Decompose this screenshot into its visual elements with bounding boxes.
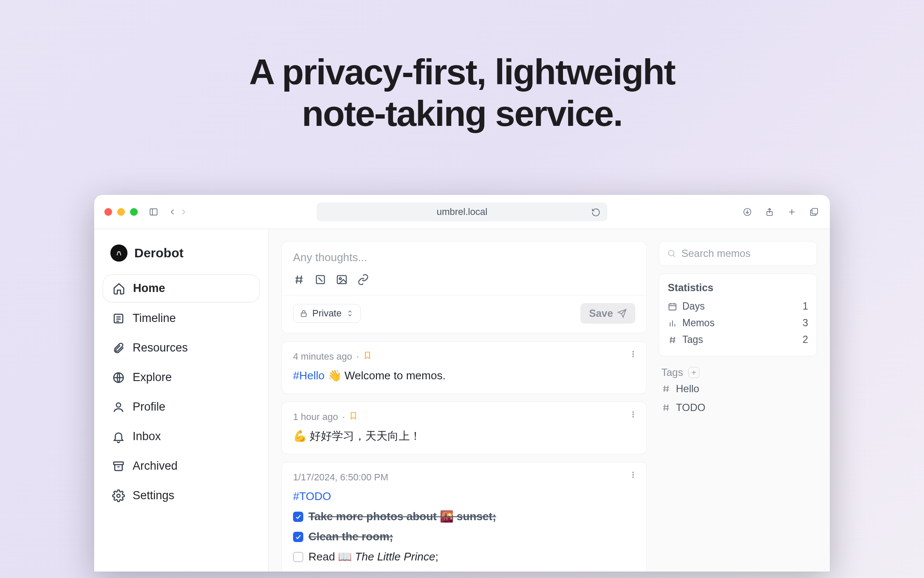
- memo-more-icon[interactable]: [628, 410, 638, 421]
- close-window-button[interactable]: [104, 208, 112, 216]
- svg-line-59: [664, 405, 665, 411]
- maximize-window-button[interactable]: [130, 208, 138, 216]
- svg-rect-28: [301, 313, 306, 316]
- svg-point-31: [633, 356, 634, 357]
- memo-body: 👋 Welcome to memos.: [325, 369, 446, 382]
- tag-label: TODO: [676, 402, 705, 414]
- browser-window: umbrel.local: [94, 195, 830, 572]
- todo-item: Clean the room;: [293, 528, 635, 545]
- visibility-selector[interactable]: Private: [293, 304, 361, 323]
- svg-point-10: [119, 252, 121, 253]
- composer-input[interactable]: Any thoughts...: [293, 251, 635, 264]
- tags-section: Tags Hello TODO: [659, 364, 817, 417]
- new-tab-icon[interactable]: [786, 206, 797, 217]
- nav-inbox[interactable]: Inbox: [103, 423, 260, 450]
- memo-card: 1 hour ago · 💪 好好学习，天天向上！: [281, 402, 647, 454]
- reload-icon[interactable]: [590, 207, 601, 218]
- add-tag-button[interactable]: [688, 367, 699, 378]
- tabs-icon[interactable]: [808, 206, 820, 217]
- memo-time: 1/17/2024, 6:50:00 PM: [293, 472, 388, 483]
- main-area: Any thoughts... Private: [269, 229, 830, 572]
- svg-rect-17: [114, 462, 124, 465]
- checkbox-checked[interactable]: [293, 512, 303, 522]
- memo-hashtag[interactable]: #Hello: [293, 369, 325, 382]
- todo-item: Take more photos about 🌇 sunset;: [293, 508, 635, 525]
- nav-label: Timeline: [133, 312, 176, 325]
- stats-title: Statistics: [668, 282, 808, 294]
- nav-label: Explore: [133, 371, 172, 384]
- gear-icon: [112, 489, 125, 502]
- url-bar[interactable]: umbrel.local: [317, 203, 607, 221]
- bars-icon: [668, 319, 677, 328]
- svg-point-36: [633, 474, 634, 476]
- url-text: umbrel.local: [437, 206, 488, 217]
- memo-card: 4 minutes ago · #Hello 👋 Welcome to memo…: [281, 341, 647, 394]
- nav-resources[interactable]: Resources: [103, 334, 260, 361]
- svg-point-33: [633, 414, 634, 415]
- svg-line-39: [673, 255, 675, 257]
- stat-row-days: Days 1: [668, 298, 808, 315]
- hash-icon: [661, 403, 671, 412]
- nav-label: Settings: [133, 489, 175, 502]
- stat-value: 3: [803, 317, 808, 329]
- downloads-icon[interactable]: [742, 206, 753, 217]
- svg-rect-40: [669, 304, 676, 310]
- link-icon[interactable]: [357, 274, 369, 286]
- minimize-window-button[interactable]: [117, 208, 125, 216]
- svg-point-38: [669, 250, 674, 256]
- share-icon[interactable]: [764, 206, 775, 217]
- bookmark-icon[interactable]: [363, 351, 372, 362]
- hash-icon[interactable]: [293, 274, 305, 286]
- tag-label: Hello: [676, 383, 699, 395]
- window-controls: [104, 208, 138, 216]
- memo-hashtag[interactable]: #TODO: [293, 488, 635, 505]
- bookmark-icon[interactable]: [349, 411, 358, 423]
- calendar-icon: [668, 302, 677, 311]
- memo-more-icon[interactable]: [628, 470, 638, 481]
- visibility-label: Private: [312, 308, 341, 319]
- sidebar-toggle-icon[interactable]: [148, 206, 159, 217]
- todo-text: Read 📖 The Little Prince;: [308, 548, 438, 565]
- svg-line-23: [301, 276, 302, 284]
- stat-value: 2: [803, 334, 808, 346]
- checkbox-unchecked[interactable]: [293, 552, 303, 562]
- bell-icon: [112, 430, 125, 443]
- tag-item[interactable]: Hello: [659, 379, 817, 398]
- hero-heading: A privacy-first, lightweight note-taking…: [0, 0, 924, 134]
- checkbox-icon[interactable]: [314, 274, 326, 286]
- todo-item: Read 📖 The Little Prince;: [293, 548, 635, 565]
- memo-more-icon[interactable]: [628, 349, 638, 361]
- hash-icon: [668, 335, 677, 345]
- search-placeholder: Search memos: [681, 247, 750, 259]
- stat-row-memos: Memos 3: [668, 315, 808, 331]
- save-button[interactable]: Save: [580, 303, 635, 324]
- memo-composer: Any thoughts... Private: [281, 241, 647, 334]
- svg-point-19: [117, 494, 120, 498]
- checkbox-checked[interactable]: [293, 532, 303, 542]
- image-icon[interactable]: [336, 274, 348, 286]
- tag-item[interactable]: TODO: [659, 398, 817, 417]
- archive-icon: [112, 460, 125, 473]
- forward-button-icon[interactable]: [178, 206, 189, 217]
- nav-profile[interactable]: Profile: [103, 393, 260, 420]
- brand-header[interactable]: Derobot: [103, 241, 260, 271]
- nav-explore[interactable]: Explore: [103, 364, 260, 391]
- back-button-icon[interactable]: [167, 206, 178, 217]
- user-icon: [112, 401, 125, 414]
- brand-logo-icon: [110, 244, 127, 262]
- svg-point-35: [633, 472, 634, 473]
- nav-archived[interactable]: Archived: [103, 453, 260, 480]
- app-sidebar: Derobot Home Timeline Resources Explor: [94, 229, 269, 572]
- nav-timeline[interactable]: Timeline: [103, 305, 260, 332]
- todo-text: Take more photos about 🌇 sunset;: [308, 508, 496, 525]
- nav-settings[interactable]: Settings: [103, 482, 260, 509]
- stats-card: Statistics Days 1 Memos 3 Tags 2: [659, 274, 817, 356]
- nav-home[interactable]: Home: [103, 274, 260, 302]
- svg-line-49: [670, 337, 671, 343]
- svg-line-25: [318, 277, 322, 281]
- search-input[interactable]: Search memos: [659, 241, 817, 266]
- svg-rect-7: [812, 208, 817, 214]
- svg-rect-26: [338, 276, 346, 284]
- svg-point-9: [118, 252, 119, 253]
- memo-time: 4 minutes ago: [293, 351, 352, 362]
